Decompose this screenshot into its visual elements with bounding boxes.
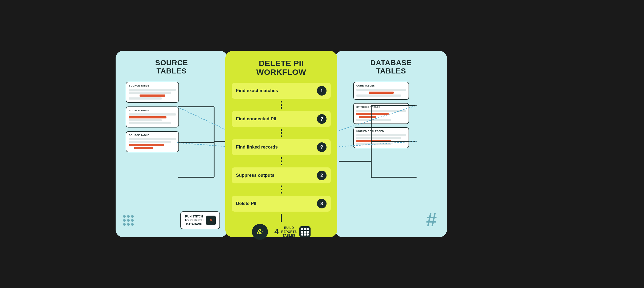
source-table-card-2: SOURCE TABLE <box>126 106 179 127</box>
row-line <box>129 89 176 91</box>
step-2-label: Find connected PII <box>236 116 317 122</box>
db-tables-area: CORE TABLES STITCHED TABLES <box>343 82 439 206</box>
row-line <box>356 94 401 97</box>
ampersand-text: & <box>257 228 262 236</box>
step-1-badge: 1 <box>317 86 327 96</box>
step-delete-pii: Delete PII 3 <box>232 196 331 212</box>
grid-icon <box>301 228 309 236</box>
dot <box>123 223 126 226</box>
connector-line <box>281 186 282 194</box>
grid-dot <box>301 233 303 236</box>
calendar-x-icon: ✕ <box>206 216 216 225</box>
stitched-tables-card: STITCHED TABLES <box>353 103 409 124</box>
source-table-card-1: SOURCE TABLE <box>126 82 179 103</box>
row-line <box>129 122 171 124</box>
left-panel: SOURCE TABLES SOURCE TABLE SOURCE TABLE <box>116 51 227 237</box>
row-line <box>129 138 176 140</box>
workflow-steps: Find exact matches 1 Find connected PII … <box>232 83 331 222</box>
row-line-highlight <box>359 116 376 118</box>
row-line-highlight <box>356 140 391 142</box>
row-line <box>129 92 171 94</box>
core-tables-title: CORE TABLES <box>356 84 406 87</box>
step-find-exact-matches: Find exact matches 1 <box>232 83 331 99</box>
grid-dot <box>301 231 303 233</box>
row-line <box>356 137 401 139</box>
right-panel-bottom: # <box>343 206 439 229</box>
connector-line <box>281 129 282 137</box>
center-panel-title: DELETE PII WORKFLOW <box>256 59 306 76</box>
row-line <box>356 119 391 121</box>
dot <box>131 223 134 226</box>
grid-icon-badge <box>299 226 311 237</box>
step-5-badge: 3 <box>317 199 327 208</box>
step-4-label: Suppress outputs <box>236 173 317 178</box>
row-line-highlight <box>140 94 165 97</box>
center-bottom-section: &: 4 BUILD REPORTS TABLES <box>232 224 331 240</box>
connector-line <box>281 214 282 222</box>
source-tables-area: SOURCE TABLE SOURCE TABLE <box>123 82 220 207</box>
grid-dot <box>304 231 306 233</box>
row-line <box>356 134 406 136</box>
dots-decoration <box>123 215 134 226</box>
step-1-label: Find exact matches <box>236 88 317 93</box>
row-line-highlight <box>134 147 153 149</box>
connector-line <box>281 157 282 165</box>
right-panel-title: DATABASE TABLES <box>343 59 439 75</box>
step-5-label: Delete PII <box>236 201 317 206</box>
dot <box>131 215 134 218</box>
diagram-wrapper: SOURCE TABLES SOURCE TABLE SOURCE TABLE <box>116 51 528 237</box>
build-reports-label: BUILD REPORTS TABLES <box>281 226 297 237</box>
row-line-highlight <box>129 116 166 118</box>
step-4-badge: 2 <box>317 171 327 180</box>
unified-coalesced-title: UNIFIED COALESCED <box>356 130 406 133</box>
row-line <box>356 143 391 145</box>
row-line <box>129 119 162 121</box>
hash-decoration: # <box>426 210 437 229</box>
row-line-highlight <box>369 92 394 94</box>
run-stitch-label: RUN STITCH TO REFRESH DATABASE <box>185 215 203 226</box>
step-3-badge: ? <box>317 142 327 152</box>
dot <box>127 219 130 222</box>
row-line <box>129 141 171 143</box>
grid-dot <box>307 233 309 236</box>
row-line-highlight <box>129 144 164 146</box>
diagram-container: SOURCE TABLES SOURCE TABLE SOURCE TABLE <box>116 51 528 237</box>
grid-dot <box>301 228 303 230</box>
row-line-highlight <box>356 113 389 115</box>
build-step-number: 4 <box>274 228 279 236</box>
colon-decoration: : <box>262 230 263 234</box>
right-panel: DATABASE TABLES CORE TABLES STITCHED TAB… <box>335 51 447 237</box>
left-panel-bottom: RUN STITCH TO REFRESH DATABASE ✕ <box>123 207 220 229</box>
row-line <box>356 110 406 112</box>
step-find-linked-records: Find linked records ? <box>232 139 331 155</box>
grid-dot <box>304 233 306 236</box>
ampersand-icon: &: <box>252 224 268 240</box>
stitched-tables-title: STITCHED TABLES <box>356 106 406 108</box>
dot <box>123 219 126 222</box>
left-panel-title: SOURCE TABLES <box>123 59 220 75</box>
row-line <box>129 97 162 100</box>
source-table-2-title: SOURCE TABLE <box>129 109 176 112</box>
grid-dot <box>307 231 309 233</box>
step-3-label: Find linked records <box>236 145 317 150</box>
step-find-connected-pii: Find connected PII ? <box>232 111 331 127</box>
source-table-3-title: SOURCE TABLE <box>129 134 176 137</box>
step-suppress-outputs: Suppress outputs 2 <box>232 167 331 183</box>
dot <box>131 219 134 222</box>
unified-coalesced-card: UNIFIED COALESCED <box>353 127 409 148</box>
row-line <box>356 89 406 91</box>
source-table-card-3: SOURCE TABLE <box>126 131 179 152</box>
dot <box>127 215 130 218</box>
build-reports-section: 4 BUILD REPORTS TABLES <box>274 226 311 237</box>
grid-dot <box>304 228 306 230</box>
core-tables-card: CORE TABLES <box>353 82 409 100</box>
run-stitch-button[interactable]: RUN STITCH TO REFRESH DATABASE ✕ <box>180 211 220 229</box>
source-table-1-title: SOURCE TABLE <box>129 84 176 87</box>
connector-line <box>281 101 282 109</box>
row-line <box>129 113 176 116</box>
center-panel: DELETE PII WORKFLOW Find exact matches 1… <box>225 51 337 237</box>
grid-dot <box>307 228 309 230</box>
step-2-badge: ? <box>317 114 327 124</box>
dot <box>127 223 130 226</box>
dot <box>123 215 126 218</box>
